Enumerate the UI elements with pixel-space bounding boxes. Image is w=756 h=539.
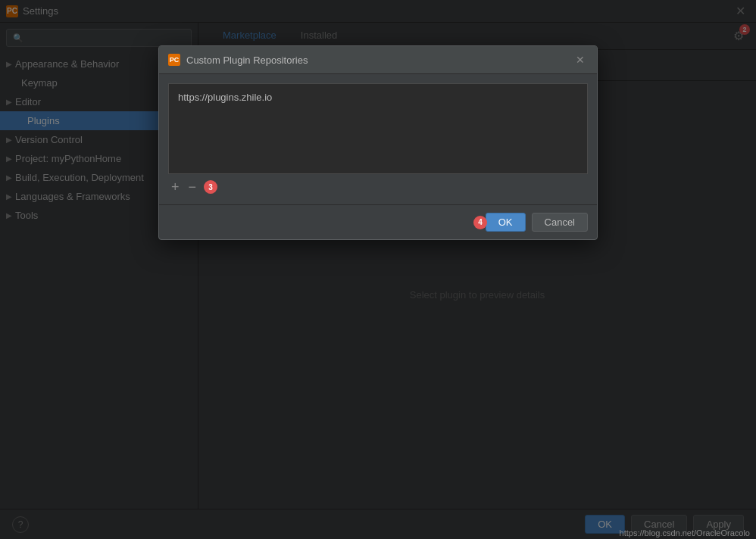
repo-list: https://plugins.zhile.io [168,83,588,174]
dialog-cancel-button[interactable]: Cancel [532,213,588,232]
dialog-overlay: PC Custom Plugin Repositories ✕ https://… [0,0,756,539]
dialog-title-bar: PC Custom Plugin Repositories ✕ [159,46,597,74]
dialog-close-button[interactable]: ✕ [573,52,588,67]
step4-badge: 4 [473,216,487,229]
repo-list-item[interactable]: https://plugins.zhile.io [173,89,583,106]
step3-badge: 3 [204,180,217,194]
dialog-app-icon: PC [168,54,180,66]
remove-repo-button[interactable]: − [186,179,200,195]
dialog-footer: 4 OK Cancel [159,204,597,239]
dialog-toolbar: + − 3 [168,179,588,195]
dialog-ok-button[interactable]: OK [486,213,526,232]
dialog-body: https://plugins.zhile.io + − 3 [159,74,597,204]
dialog-title: Custom Plugin Repositories [186,55,308,66]
custom-plugin-repositories-dialog: PC Custom Plugin Repositories ✕ https://… [158,45,598,240]
watermark: https://blog.csdn.net/OracleOracolo [620,528,750,537]
dialog-title-left: PC Custom Plugin Repositories [168,54,308,66]
add-repo-button[interactable]: + [168,179,183,195]
